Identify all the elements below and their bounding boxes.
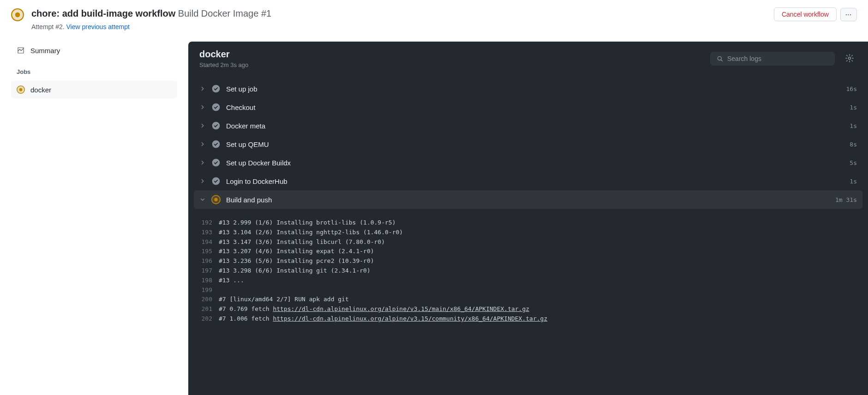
page-header: chore: add build-image workflow Build Do… xyxy=(0,0,868,30)
sidebar-jobs-heading: Jobs xyxy=(11,59,177,81)
title-commit: chore: add build-image workflow xyxy=(31,8,175,18)
log-line-number: 195 xyxy=(198,247,219,256)
cancel-workflow-button[interactable]: Cancel workflow xyxy=(774,7,837,21)
log-line-text: #13 ... xyxy=(219,276,244,286)
step-row[interactable]: Build and push1m 31s xyxy=(194,190,862,209)
log-line-number: 198 xyxy=(198,276,219,286)
job-started-label: Started 2m 3s ago xyxy=(199,61,703,68)
log-line: 195#13 3.207 (4/6) Installing expat (2.4… xyxy=(188,247,868,256)
log-line-text: #13 3.298 (6/6) Installing git (2.34.1-r… xyxy=(219,266,371,276)
panel-header: docker Started 2m 3s ago xyxy=(188,42,868,76)
step-status-icon xyxy=(211,195,221,204)
chevron-icon xyxy=(199,141,206,147)
step-name: Login to DockerHub xyxy=(226,177,844,185)
body-layout: Summary Jobs docker docker Started 2m 3s… xyxy=(0,30,868,395)
log-settings-button[interactable] xyxy=(842,51,857,67)
step-name: Checkout xyxy=(226,103,844,111)
title-block: chore: add build-image workflow Build Do… xyxy=(31,7,766,30)
log-line-text: #7 0.769 fetch https://dl-cdn.alpinelinu… xyxy=(219,304,529,314)
page-title: chore: add build-image workflow Build Do… xyxy=(31,7,766,19)
step-row[interactable]: Set up Docker Buildx5s xyxy=(194,153,862,172)
log-line: 198#13 ... xyxy=(188,276,868,286)
step-row[interactable]: Docker meta1s xyxy=(194,116,862,135)
log-line: 197#13 3.298 (6/6) Installing git (2.34.… xyxy=(188,266,868,276)
log-line-number: 197 xyxy=(198,266,219,276)
step-name: Set up Docker Buildx xyxy=(226,159,844,167)
log-link[interactable]: https://dl-cdn.alpinelinux.org/alpine/v3… xyxy=(273,315,547,322)
step-row[interactable]: Checkout1s xyxy=(194,98,862,116)
log-line-number: 201 xyxy=(198,304,219,314)
job-title: docker xyxy=(199,49,703,60)
chevron-icon xyxy=(199,178,206,184)
log-line: 199 xyxy=(188,286,868,295)
step-status-icon xyxy=(211,140,221,149)
step-row[interactable]: Set up QEMU8s xyxy=(194,135,862,153)
summary-icon xyxy=(17,46,25,55)
log-line: 201#7 0.769 fetch https://dl-cdn.alpinel… xyxy=(188,304,868,314)
step-duration: 16s xyxy=(846,85,857,92)
step-status-icon xyxy=(211,84,221,93)
log-search-input[interactable] xyxy=(727,55,829,62)
log-line: 192#13 2.999 (1/6) Installing brotli-lib… xyxy=(188,218,868,228)
sidebar-item-label: Summary xyxy=(30,47,60,55)
log-line-text: #13 3.104 (2/6) Installing nghttp2-libs … xyxy=(219,228,403,237)
steps-list: Set up job16sCheckout1sDocker meta1sSet … xyxy=(188,76,868,213)
log-line-number: 199 xyxy=(198,286,219,295)
attempt-subtitle: Attempt #2. View previous attempt xyxy=(31,23,766,30)
log-link[interactable]: https://dl-cdn.alpinelinux.org/alpine/v3… xyxy=(273,305,529,312)
job-panel: docker Started 2m 3s ago Set up job16sCh… xyxy=(188,42,868,395)
log-line-text: #13 3.147 (3/6) Installing libcurl (7.80… xyxy=(219,237,385,247)
step-name: Set up QEMU xyxy=(226,140,844,148)
log-line-number: 194 xyxy=(198,237,219,247)
step-status-icon xyxy=(211,176,221,186)
chevron-icon xyxy=(199,196,206,203)
chevron-icon xyxy=(199,122,206,129)
chevron-icon xyxy=(199,104,206,110)
chevron-icon xyxy=(199,159,206,166)
log-line-number: 192 xyxy=(198,218,219,228)
title-workflow: Build Docker Image #1 xyxy=(178,8,271,18)
log-line: 196#13 3.236 (5/6) Installing pcre2 (10.… xyxy=(188,256,868,266)
log-line: 194#13 3.147 (3/6) Installing libcurl (7… xyxy=(188,237,868,247)
log-line-text: #7 1.006 fetch https://dl-cdn.alpinelinu… xyxy=(219,314,547,324)
log-line-text: #13 3.207 (4/6) Installing expat (2.4.1-… xyxy=(219,247,374,256)
step-status-icon xyxy=(211,158,221,167)
log-output: 192#13 2.999 (1/6) Installing brotli-lib… xyxy=(188,213,868,324)
log-line-number: 193 xyxy=(198,228,219,237)
step-name: Build and push xyxy=(226,196,830,204)
step-status-icon xyxy=(211,103,221,112)
log-line: 200#7 [linux/amd64 2/7] RUN apk add git xyxy=(188,295,868,304)
step-duration: 5s xyxy=(850,159,857,166)
step-status-icon xyxy=(211,121,221,130)
header-actions: Cancel workflow ··· xyxy=(774,7,857,21)
attempt-label: Attempt #2. xyxy=(31,23,65,30)
log-line-text: #7 [linux/amd64 2/7] RUN apk add git xyxy=(219,295,349,304)
sidebar-item-summary[interactable]: Summary xyxy=(11,42,177,59)
step-row[interactable]: Login to DockerHub1s xyxy=(194,172,862,190)
sidebar-job-label: docker xyxy=(30,86,51,94)
step-duration: 1s xyxy=(850,122,857,129)
step-name: Set up job xyxy=(226,85,841,93)
log-line-number: 200 xyxy=(198,295,219,304)
more-actions-button[interactable]: ··· xyxy=(840,8,857,21)
log-line-text: #13 2.999 (1/6) Installing brotli-libs (… xyxy=(219,218,396,228)
log-line: 202#7 1.006 fetch https://dl-cdn.alpinel… xyxy=(188,314,868,324)
sidebar: Summary Jobs docker xyxy=(11,42,177,98)
chevron-icon xyxy=(199,85,206,92)
step-row[interactable]: Set up job16s xyxy=(194,79,862,98)
log-search-box[interactable] xyxy=(710,52,835,66)
log-line-number: 202 xyxy=(198,314,219,324)
gear-icon xyxy=(845,54,854,63)
workflow-status-icon xyxy=(11,8,24,21)
search-icon xyxy=(716,55,724,62)
step-duration: 8s xyxy=(850,141,857,148)
step-duration: 1m 31s xyxy=(835,196,857,203)
log-line-number: 196 xyxy=(198,256,219,266)
step-duration: 1s xyxy=(850,104,857,111)
log-line-text: #13 3.236 (5/6) Installing pcre2 (10.39-… xyxy=(219,256,374,266)
sidebar-job-docker[interactable]: docker xyxy=(11,81,177,98)
step-duration: 1s xyxy=(850,178,857,185)
prev-attempt-link[interactable]: View previous attempt xyxy=(66,23,129,30)
log-line: 193#13 3.104 (2/6) Installing nghttp2-li… xyxy=(188,228,868,237)
job-status-icon xyxy=(17,85,25,94)
